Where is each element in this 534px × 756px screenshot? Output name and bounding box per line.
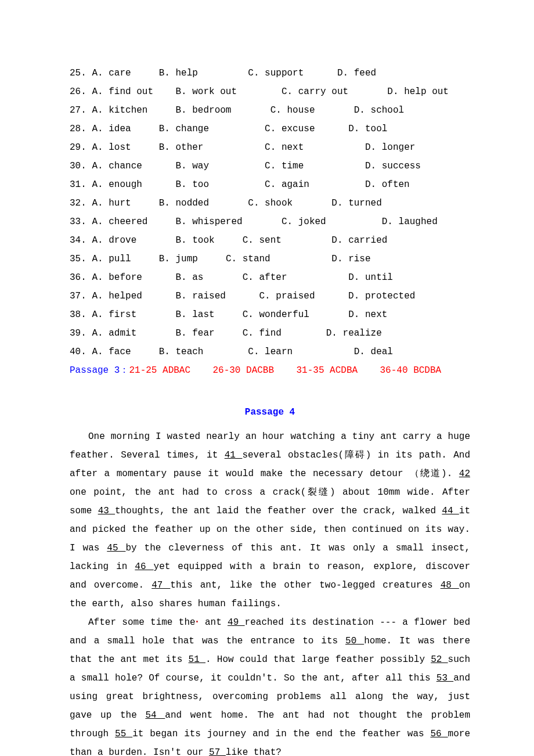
blank-55: 55	[115, 729, 132, 739]
blank-50: 50	[345, 636, 364, 646]
answer-key-label: Passage 3：	[70, 365, 129, 376]
blank-47: 47	[151, 580, 170, 591]
option-row-34: 34. A. drove B. took C. sent D. carried	[70, 231, 470, 250]
option-row-36: 36. A. before B. as C. after D. until	[70, 268, 470, 287]
option-row-38: 38. A. first B. last C. wonderful D. nex…	[70, 305, 470, 324]
option-row-27: 27. A. kitchen B. bedroom C. house D. sc…	[70, 101, 470, 120]
document-page: 25. A. care B. help C. support D. feed 2…	[0, 0, 534, 756]
option-row-28: 28. A. idea B. change C. excuse D. tool	[70, 120, 470, 138]
option-row-33: 33. A. cheered B. whispered C. joked D. …	[70, 213, 470, 231]
blank-56: 56	[431, 729, 448, 739]
answer-key-passage3: Passage 3：21-25 ADBAC 26-30 DACBB 31-35 …	[70, 361, 470, 380]
passage4-title: Passage 4	[70, 403, 470, 422]
blank-45: 45	[107, 543, 125, 553]
blank-57: 57	[209, 747, 226, 756]
blank-46: 46	[135, 561, 153, 572]
blank-44: 44	[442, 506, 459, 516]
blank-48: 48	[441, 580, 459, 591]
option-row-37: 37. A. helped B. raised C. praised D. pr…	[70, 287, 470, 305]
option-row-35: 35. A. pull B. jump C. stand D. rise	[70, 250, 470, 268]
option-row-26: 26. A. find out B. work out C. carry out…	[70, 82, 470, 101]
blank-54: 54	[145, 710, 165, 721]
passage4-para2: After some time the• ant 49 reached its …	[70, 613, 470, 756]
blank-43: 43	[98, 506, 115, 516]
option-row-40: 40. A. face B. teach C. learn D. deal	[70, 343, 470, 361]
option-row-29: 29. A. lost B. other C. next D. longer	[70, 138, 470, 157]
blank-53: 53	[436, 673, 453, 683]
option-row-25: 25. A. care B. help C. support D. feed	[70, 64, 470, 82]
blank-42: 42	[459, 469, 470, 479]
blank-51: 51	[189, 654, 205, 665]
blank-41: 41	[225, 450, 243, 460]
passage4-para1: One morning I wasted nearly an hour watc…	[70, 427, 470, 613]
option-row-31: 31. A. enough B. too C. again D. often	[70, 175, 470, 194]
option-row-30: 30. A. chance B. way C. time D. success	[70, 157, 470, 175]
blank-52: 52	[431, 654, 448, 665]
option-row-32: 32. A. hurt B. nodded C. shook D. turned	[70, 194, 470, 213]
options-block: 25. A. care B. help C. support D. feed 2…	[70, 64, 470, 361]
blank-49: 49	[228, 617, 245, 628]
option-row-39: 39. A. admit B. fear C. find D. realize	[70, 324, 470, 343]
